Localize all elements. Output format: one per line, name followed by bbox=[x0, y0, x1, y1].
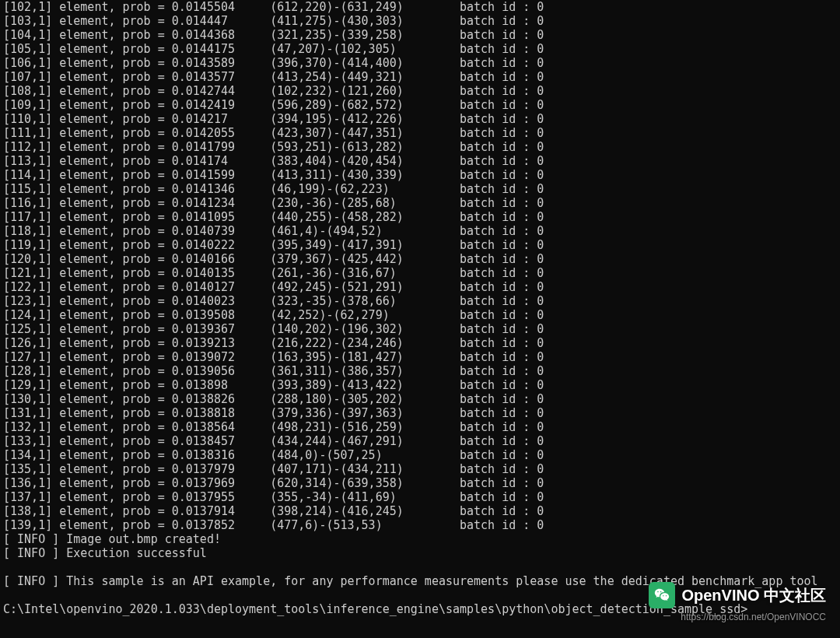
detection-row: [120,1] element, prob = 0.0140166 (379,3… bbox=[3, 252, 837, 266]
detection-row: [110,1] element, prob = 0.014217 (394,19… bbox=[3, 112, 837, 126]
detection-row: [119,1] element, prob = 0.0140222 (395,3… bbox=[3, 238, 837, 252]
detection-row: [126,1] element, prob = 0.0139213 (216,2… bbox=[3, 336, 837, 350]
detection-row: [109,1] element, prob = 0.0142419 (596,2… bbox=[3, 98, 837, 112]
blank-line bbox=[3, 560, 837, 574]
detection-row: [136,1] element, prob = 0.0137969 (620,3… bbox=[3, 476, 837, 490]
info-execution-successful: [ INFO ] Execution successful bbox=[3, 546, 837, 560]
detection-row: [108,1] element, prob = 0.0142744 (102,2… bbox=[3, 84, 837, 98]
detection-row: [112,1] element, prob = 0.0141799 (593,2… bbox=[3, 140, 837, 154]
detection-row: [133,1] element, prob = 0.0138457 (434,2… bbox=[3, 434, 837, 448]
command-prompt: C:\Intel\openvino_2020.1.033\deployment_… bbox=[3, 602, 837, 616]
detection-row: [130,1] element, prob = 0.0138826 (288,1… bbox=[3, 392, 837, 406]
detection-row: [137,1] element, prob = 0.0137955 (355,-… bbox=[3, 490, 837, 504]
detection-row: [127,1] element, prob = 0.0139072 (163,3… bbox=[3, 350, 837, 364]
detection-row: [105,1] element, prob = 0.0144175 (47,20… bbox=[3, 42, 837, 56]
detection-row: [128,1] element, prob = 0.0139056 (361,3… bbox=[3, 364, 837, 378]
detection-row: [114,1] element, prob = 0.0141599 (413,3… bbox=[3, 168, 837, 182]
detection-row: [104,1] element, prob = 0.0144368 (321,2… bbox=[3, 28, 837, 42]
detection-row: [116,1] element, prob = 0.0141234 (230,-… bbox=[3, 196, 837, 210]
detection-row: [135,1] element, prob = 0.0137979 (407,1… bbox=[3, 462, 837, 476]
detection-row: [113,1] element, prob = 0.014174 (383,40… bbox=[3, 154, 837, 168]
info-image-created: [ INFO ] Image out.bmp created! bbox=[3, 532, 837, 546]
detection-row: [115,1] element, prob = 0.0141346 (46,19… bbox=[3, 182, 837, 196]
info-api-note: [ INFO ] This sample is an API example, … bbox=[3, 574, 837, 588]
detection-row: [122,1] element, prob = 0.0140127 (492,2… bbox=[3, 280, 837, 294]
detection-row: [118,1] element, prob = 0.0140739 (461,4… bbox=[3, 224, 837, 238]
detection-row: [123,1] element, prob = 0.0140023 (323,-… bbox=[3, 294, 837, 308]
detection-row: [131,1] element, prob = 0.0138818 (379,3… bbox=[3, 406, 837, 420]
detection-row: [117,1] element, prob = 0.0141095 (440,2… bbox=[3, 210, 837, 224]
detection-row: [103,1] element, prob = 0.014447 (411,27… bbox=[3, 14, 837, 28]
detection-row: [139,1] element, prob = 0.0137852 (477,6… bbox=[3, 518, 837, 532]
detection-row: [132,1] element, prob = 0.0138564 (498,2… bbox=[3, 420, 837, 434]
terminal-output: [102,1] element, prob = 0.0145504 (612,2… bbox=[0, 0, 840, 616]
detection-row: [124,1] element, prob = 0.0139508 (42,25… bbox=[3, 308, 837, 322]
detection-row: [107,1] element, prob = 0.0143577 (413,2… bbox=[3, 70, 837, 84]
detection-row: [129,1] element, prob = 0.013898 (393,38… bbox=[3, 378, 837, 392]
detection-row: [102,1] element, prob = 0.0145504 (612,2… bbox=[3, 0, 837, 14]
blank-line bbox=[3, 588, 837, 602]
detection-row: [111,1] element, prob = 0.0142055 (423,3… bbox=[3, 126, 837, 140]
detection-row: [134,1] element, prob = 0.0138316 (484,0… bbox=[3, 448, 837, 462]
detection-row: [138,1] element, prob = 0.0137914 (398,2… bbox=[3, 504, 837, 518]
detection-row: [106,1] element, prob = 0.0143589 (396,3… bbox=[3, 56, 837, 70]
detection-row: [125,1] element, prob = 0.0139367 (140,2… bbox=[3, 322, 837, 336]
detection-row: [121,1] element, prob = 0.0140135 (261,-… bbox=[3, 266, 837, 280]
